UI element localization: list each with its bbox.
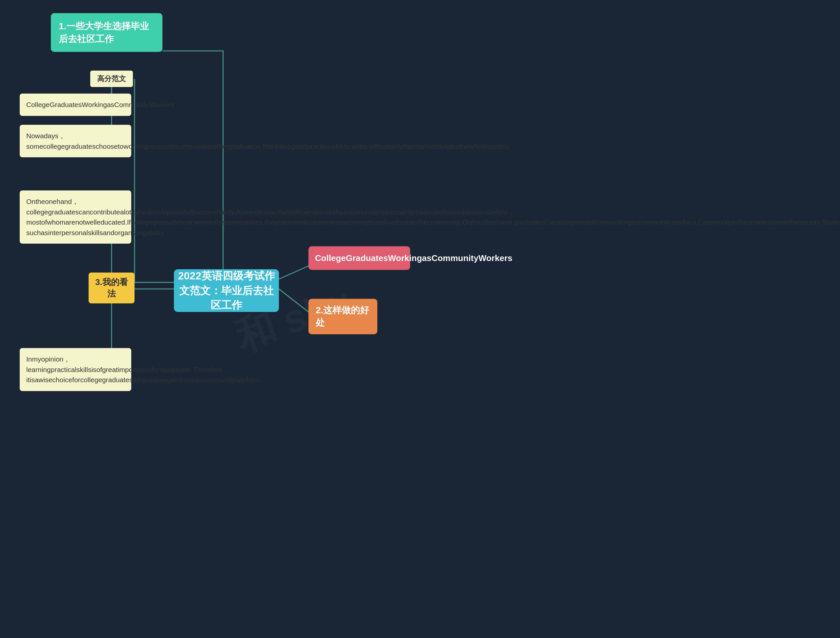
label-node: 高分范文: [90, 71, 133, 87]
top-node-text: 1.一些大学生选择毕业后去社区工作: [59, 21, 149, 44]
right-node-2-text: 2.这样做的好处: [316, 305, 369, 328]
right-node-2: 2.这样做的好处: [308, 299, 377, 334]
left-title-text: CollegeGraduatesWorkingasCommunityWorker…: [26, 101, 175, 108]
label-node-text: 高分范文: [97, 74, 126, 83]
left-para1-text: Nowadays，somecollegegraduateschoosetowor…: [26, 132, 510, 150]
left-para2-text: Ontheonehand，collegegraduatescancontribu…: [26, 198, 840, 236]
center-node: 2022英语四级考试作文范文：毕业后去社区工作: [174, 269, 279, 312]
left-node-para1: Nowadays，somecollegegraduateschoosetowor…: [20, 125, 131, 157]
center-node-text: 2022英语四级考试作文范文：毕业后去社区工作: [177, 269, 276, 313]
left-para3-text: Inmyopinion，learningpracticalskillsisofg…: [26, 355, 262, 383]
left-node-para3: Inmyopinion，learningpracticalskillsisofg…: [20, 348, 131, 391]
right-node-1-text: CollegeGraduatesWorkingasCommunityWorker…: [315, 253, 513, 263]
opinion-node-text: 3.我的看法: [95, 277, 128, 298]
opinion-node: 3.我的看法: [88, 272, 134, 303]
right-node-1: CollegeGraduatesWorkingasCommunityWorker…: [308, 246, 410, 270]
left-node-para2: Ontheonehand，collegegraduatescancontribu…: [20, 190, 131, 244]
left-node-title: CollegeGraduatesWorkingasCommunityWorker…: [20, 93, 131, 116]
top-node: 1.一些大学生选择毕业后去社区工作: [51, 13, 163, 52]
